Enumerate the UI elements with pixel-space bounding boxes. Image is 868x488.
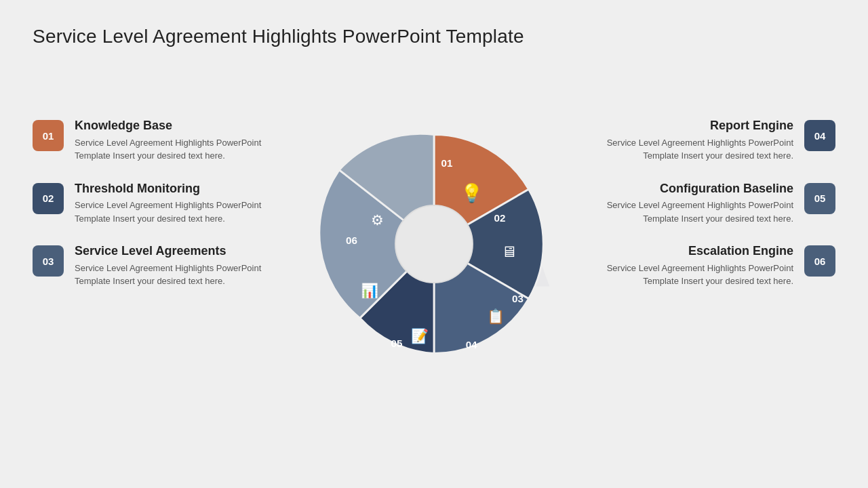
right-item-3: 06 Escalation Engine Service Level Agree…: [571, 244, 835, 288]
item-content-02: Threshold Monitoring Service Level Agree…: [75, 182, 297, 226]
right-panel: 04 Report Engine Service Level Agreement…: [571, 119, 835, 288]
left-item-1: 01 Knowledge Base Service Level Agreemen…: [33, 119, 297, 163]
right-item-2: 05 Configuration Baseline Service Level …: [571, 182, 835, 226]
left-item-3: 03 Service Level Agreements Service Leve…: [33, 244, 297, 288]
icon-clipboard: 📝: [411, 327, 429, 345]
badge-02: 02: [33, 183, 64, 214]
seg-label-01: 01: [441, 157, 453, 169]
item-title-01: Knowledge Base: [75, 119, 297, 134]
pie-chart-svg: 💡 🖥 📋 📝 📊 ⚙ 01 02 03: [305, 115, 563, 373]
item-content-06: Escalation Engine Service Level Agreemen…: [571, 244, 793, 288]
seg-label-02: 02: [494, 212, 505, 224]
item-title-06: Escalation Engine: [571, 244, 793, 259]
item-desc-05: Service Level Agreement Highlights Power…: [571, 199, 793, 225]
badge-04: 04: [804, 120, 835, 151]
slide-title: Service Level Agreement Highlights Power…: [33, 26, 524, 47]
seg-label-05: 05: [391, 338, 402, 349]
seg-label-04: 04: [466, 339, 477, 350]
item-title-04: Report Engine: [571, 119, 793, 134]
item-title-05: Configuration Baseline: [571, 182, 793, 197]
badge-03: 03: [33, 245, 64, 277]
item-desc-06: Service Level Agreement Highlights Power…: [571, 262, 793, 288]
left-item-2: 02 Threshold Monitoring Service Level Ag…: [33, 182, 297, 226]
icon-bulb: 💡: [460, 182, 484, 204]
item-content-01: Knowledge Base Service Level Agreement H…: [75, 119, 297, 163]
seg-label-06: 06: [346, 235, 357, 246]
item-desc-01: Service Level Agreement Highlights Power…: [75, 136, 297, 163]
item-title-02: Threshold Monitoring: [75, 182, 297, 197]
badge-06: 06: [804, 245, 835, 277]
badge-01: 01: [33, 120, 64, 151]
item-content-03: Service Level Agreements Service Level A…: [75, 244, 297, 288]
left-panel: 01 Knowledge Base Service Level Agreemen…: [33, 119, 297, 288]
item-title-03: Service Level Agreements: [75, 244, 297, 259]
item-desc-02: Service Level Agreement Highlights Power…: [75, 199, 297, 225]
item-content-05: Configuration Baseline Service Level Agr…: [571, 182, 793, 226]
icon-monitor: 🖥: [501, 243, 517, 260]
right-item-1: 04 Report Engine Service Level Agreement…: [571, 119, 835, 163]
item-content-04: Report Engine Service Level Agreement Hi…: [571, 119, 793, 163]
pie-chart: 💡 🖥 📋 📝 📊 ⚙ 01 02 03: [305, 115, 563, 373]
icon-list: 📋: [487, 308, 505, 325]
badge-05: 05: [804, 183, 835, 214]
icon-bar-chart: 📊: [361, 282, 379, 300]
slide-container: SLA Service Level Agreement Highlights P…: [0, 0, 868, 488]
seg-label-03: 03: [512, 293, 524, 304]
icon-gear: ⚙: [371, 212, 384, 228]
item-desc-03: Service Level Agreement Highlights Power…: [75, 262, 297, 288]
item-desc-04: Service Level Agreement Highlights Power…: [571, 136, 793, 163]
center-circle: [395, 205, 473, 283]
